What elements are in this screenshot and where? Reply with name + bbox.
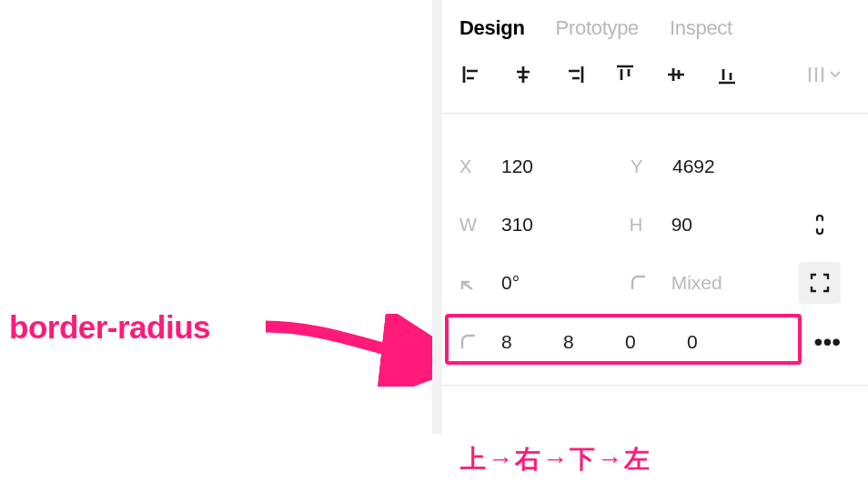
- more-options-icon[interactable]: •••: [814, 327, 841, 357]
- radius-input[interactable]: Mixed: [671, 272, 722, 294]
- row-rotation-radius: 0° Mixed: [459, 254, 841, 312]
- x-label: X: [459, 156, 501, 177]
- inspector-panel: Design Prototype Inspect X: [432, 0, 868, 493]
- tab-design[interactable]: Design: [459, 16, 525, 40]
- h-label: H: [630, 215, 671, 236]
- corner-tl-icon: [459, 333, 501, 351]
- align-bottom-icon[interactable]: [714, 62, 740, 87]
- row-xy: X 120 Y 4692: [459, 137, 841, 196]
- panel-tabs: Design Prototype Inspect: [432, 0, 868, 62]
- annotation-label: border-radius: [9, 309, 210, 346]
- align-hcenter-icon[interactable]: [510, 62, 536, 87]
- frame-section: X 120 Y 4692 W 310 H 90: [432, 114, 868, 312]
- corner-br-input[interactable]: 0: [625, 331, 687, 353]
- h-input[interactable]: 90: [671, 214, 692, 236]
- align-right-icon[interactable]: [561, 62, 587, 87]
- align-top-icon[interactable]: [612, 62, 638, 87]
- corner-radius-row: 8 8 0 0 •••: [432, 312, 868, 372]
- section-separator-2: [432, 385, 868, 386]
- corner-bl-input[interactable]: 0: [687, 331, 749, 353]
- independent-corners-icon[interactable]: [799, 262, 841, 304]
- w-label: W: [459, 215, 501, 236]
- constrain-proportions-icon[interactable]: [799, 204, 841, 246]
- annotation-arrow: [266, 314, 457, 390]
- tab-inspect[interactable]: Inspect: [670, 16, 732, 40]
- align-vcenter-icon[interactable]: [663, 62, 689, 87]
- y-input[interactable]: 4692: [672, 156, 715, 177]
- corner-radius-icon: [630, 274, 671, 292]
- align-row: [432, 62, 868, 113]
- w-input[interactable]: 310: [501, 214, 533, 236]
- corner-tr-input[interactable]: 8: [563, 331, 625, 353]
- y-label: Y: [631, 156, 672, 177]
- tab-prototype[interactable]: Prototype: [556, 16, 639, 40]
- rotation-input[interactable]: 0°: [501, 272, 520, 294]
- align-left-icon[interactable]: [459, 62, 485, 87]
- corner-tl-input[interactable]: 8: [501, 331, 563, 353]
- rotation-icon: [459, 274, 501, 292]
- row-wh: W 310 H 90: [459, 196, 841, 254]
- direction-hint: 上→右→下→左: [460, 442, 651, 477]
- distribute-spacing-icon[interactable]: [806, 65, 841, 85]
- x-input[interactable]: 120: [501, 156, 533, 177]
